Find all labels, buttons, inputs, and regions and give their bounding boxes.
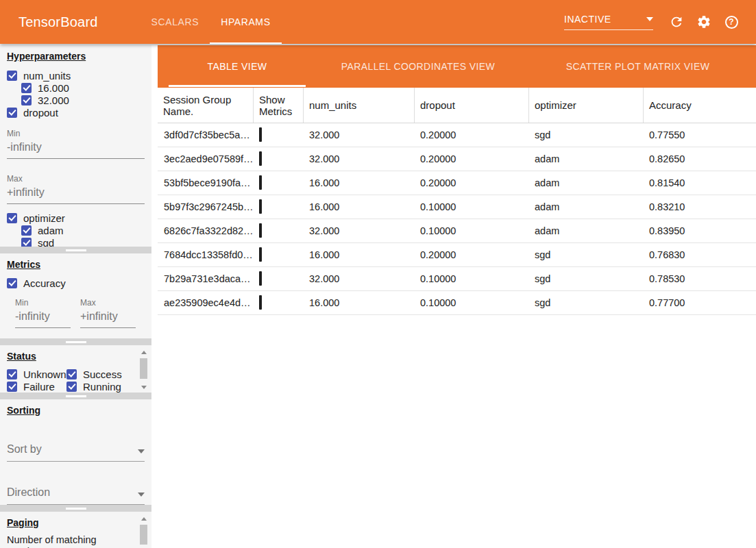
show-metrics-checkbox[interactable] [259, 271, 262, 286]
dropout-max-input[interactable]: +infinity [7, 186, 145, 204]
unknown-checkbox[interactable] [7, 369, 17, 379]
hparams-sidebar: Hyperparameters num_units 16.000 32.000 … [0, 45, 151, 548]
accuracy-checkbox[interactable] [7, 278, 17, 288]
checkbox-row-running[interactable]: Running [66, 380, 123, 393]
checkbox-row-optimizer[interactable]: optimizer [7, 212, 145, 224]
reload-status-dropdown[interactable]: INACTIVE [564, 14, 653, 30]
paging-scrollbar[interactable] [139, 517, 148, 545]
column-header-num-units[interactable]: num_units [303, 88, 414, 123]
scrollbar-thumb[interactable] [140, 358, 147, 379]
dropout-min-input[interactable]: -infinity [7, 141, 145, 159]
section-resize-handle[interactable] [0, 505, 151, 512]
table-header-row: Session Group Name. Show Metrics num_uni… [158, 88, 756, 123]
show-metrics-checkbox[interactable] [259, 175, 262, 190]
num-units-16-checkbox[interactable] [21, 83, 32, 93]
chevron-down-icon [646, 17, 653, 21]
column-header-session-group-name[interactable]: Session Group Name. [158, 88, 253, 123]
direction-select[interactable]: Direction [7, 486, 145, 505]
hyperparameters-title: Hyperparameters [7, 51, 145, 62]
accuracy-max-label: Max [80, 298, 136, 308]
drag-handle-icon [66, 249, 86, 251]
gear-icon [696, 14, 711, 29]
session-group-name: 7684dcc13358fd0… [158, 249, 253, 260]
show-metrics-checkbox[interactable] [259, 295, 262, 310]
help-button[interactable]: ? [718, 8, 745, 36]
refresh-button[interactable] [663, 8, 690, 36]
session-group-name: 3df0d7cf35bec5a… [158, 129, 253, 140]
optimizer-value: adam [528, 225, 643, 236]
accuracy-value: 0.77700 [643, 297, 756, 308]
checkbox-row-adam[interactable]: adam [21, 224, 145, 236]
app-toolbar: TensorBoard SCALARS HPARAMS INACTIVE [0, 0, 756, 44]
section-resize-handle[interactable] [0, 338, 151, 345]
num-units-value: 32.000 [303, 273, 414, 284]
show-metrics-checkbox[interactable] [259, 223, 262, 238]
num-units-checkbox[interactable] [7, 71, 17, 81]
tab-parallel-coordinates-view-label: PARALLEL COORDINATES VIEW [341, 61, 495, 72]
matching-groups-summary: Number of matching session groups: 8 [7, 534, 130, 548]
show-metrics-checkbox[interactable] [259, 199, 262, 214]
checkbox-row-num-units-16[interactable]: 16.000 [21, 82, 145, 94]
num-units-value: 32.000 [303, 225, 414, 236]
reload-status-value: INACTIVE [564, 14, 611, 25]
optimizer-value: adam [528, 153, 643, 164]
running-checkbox[interactable] [66, 382, 77, 392]
checkbox-row-success[interactable]: Success [66, 368, 123, 380]
accuracy-min-input[interactable]: -infinity [15, 310, 71, 328]
show-metrics-checkbox[interactable] [259, 127, 262, 142]
accuracy-value: 0.81540 [643, 177, 756, 188]
checkbox-row-sgd[interactable]: sgd [21, 236, 145, 247]
optimizer-value: adam [528, 201, 643, 212]
scroll-up-icon[interactable] [141, 517, 147, 521]
checkbox-row-dropout[interactable]: dropout [7, 106, 145, 119]
section-resize-handle[interactable] [0, 393, 151, 399]
num-units-value: 32.000 [303, 129, 414, 140]
status-scrollbar[interactable] [139, 351, 148, 389]
dropout-checkbox[interactable] [7, 108, 17, 118]
checkbox-row-accuracy[interactable]: Accuracy [7, 277, 145, 289]
adam-checkbox[interactable] [21, 225, 32, 236]
chevron-down-icon [138, 493, 145, 497]
checkbox-row-failure[interactable]: Failure [7, 380, 66, 393]
column-header-optimizer[interactable]: optimizer [528, 88, 643, 123]
tab-parallel-coordinates-view[interactable]: PARALLEL COORDINATES VIEW [317, 45, 520, 88]
scroll-down-icon[interactable] [141, 386, 147, 389]
checkbox-row-num-units[interactable]: num_units [7, 69, 145, 82]
accuracy-value: 0.76830 [643, 249, 756, 260]
success-checkbox[interactable] [66, 369, 77, 379]
tab-scatter-plot-matrix-view[interactable]: SCATTER PLOT MATRIX VIEW [520, 45, 756, 88]
column-header-dropout[interactable]: dropout [414, 88, 528, 123]
num-units-32-checkbox[interactable] [21, 95, 32, 105]
app-title: TensorBoard [19, 14, 98, 30]
tab-table-view-label: TABLE VIEW [208, 61, 267, 72]
tab-hparams-label: HPARAMS [221, 16, 270, 27]
scroll-up-icon[interactable] [141, 351, 147, 354]
accuracy-max-input[interactable]: +infinity [80, 310, 136, 328]
table-row: 7b29a731e3daca… 32.000 0.10000 sgd 0.785… [158, 267, 756, 291]
show-metrics-checkbox[interactable] [259, 247, 262, 262]
show-metrics-checkbox[interactable] [259, 151, 262, 166]
accuracy-value: 0.78530 [643, 273, 756, 284]
sgd-checkbox[interactable] [21, 238, 32, 247]
settings-button[interactable] [690, 8, 718, 36]
status-options: Unknown Success Failure Running [7, 368, 123, 393]
failure-checkbox[interactable] [7, 382, 17, 392]
sort-by-select[interactable]: Sort by [7, 443, 145, 462]
column-header-accuracy[interactable]: Accuracy [643, 88, 756, 123]
num-units-32-label: 32.000 [38, 95, 69, 106]
tab-scalars[interactable]: SCALARS [141, 0, 210, 44]
direction-value: Direction [7, 486, 50, 499]
tab-table-view[interactable]: TABLE VIEW [158, 45, 317, 88]
optimizer-checkbox[interactable] [7, 213, 17, 223]
tab-hparams[interactable]: HPARAMS [210, 0, 281, 44]
hparams-main: TABLE VIEW PARALLEL COORDINATES VIEW SCA… [158, 45, 756, 548]
refresh-icon [669, 14, 684, 29]
accuracy-range-fields: Min -infinity Max +infinity [15, 298, 145, 328]
view-tabs: TABLE VIEW PARALLEL COORDINATES VIEW SCA… [158, 45, 756, 88]
table-row: ae235909ec4e4d… 16.000 0.10000 sgd 0.777… [158, 291, 756, 315]
checkbox-row-num-units-32[interactable]: 32.000 [21, 94, 145, 106]
checkbox-row-unknown[interactable]: Unknown [7, 368, 66, 380]
scrollbar-thumb[interactable] [140, 525, 147, 545]
column-header-show-metrics[interactable]: Show Metrics [253, 88, 303, 123]
section-resize-handle[interactable] [0, 247, 151, 253]
